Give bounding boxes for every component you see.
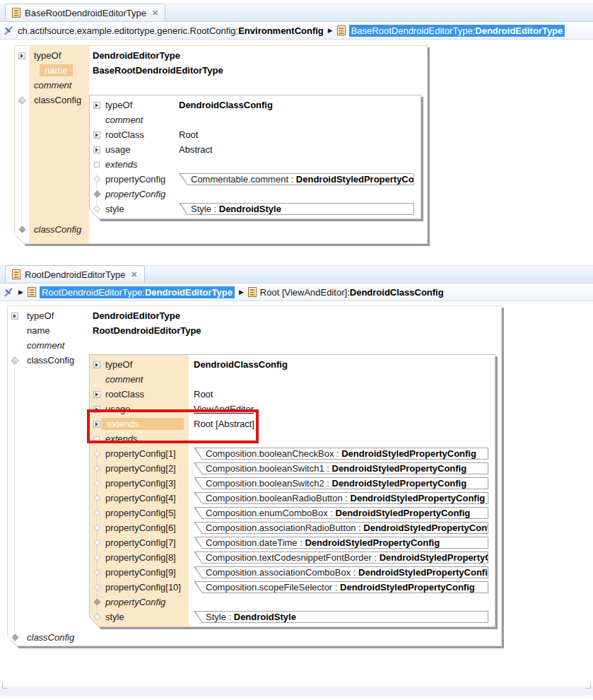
breadcrumb-item-selected[interactable]: BaseRootDendroidEditorType:DendroidEdito… — [349, 25, 565, 37]
close-icon[interactable]: ✕ — [152, 8, 158, 18]
property-label: comment — [22, 340, 93, 351]
property-row-style[interactable]: style Style : DendroidStyle — [90, 609, 495, 624]
property-value: DendroidClassConfig — [179, 100, 273, 110]
modeling-tool-icon — [4, 25, 14, 36]
value-box[interactable]: Composition.booleanSwitch2 : DendroidSty… — [194, 477, 488, 489]
property-label: propertyConfig — [104, 174, 179, 185]
tab-base-root-dendroid-editor-type[interactable]: BaseRootDendroidEditorType ✕ — [5, 4, 165, 21]
value-box[interactable]: Composition.booleanSwitch1 : DendroidSty… — [194, 462, 488, 474]
editor-section-root: RootDendroidEditorType ✕ ▶ RootDendroidE… — [0, 265, 593, 683]
property-label: typeOf — [104, 100, 179, 110]
property-label: propertyConfig[2] — [104, 463, 194, 474]
property-row-propertyconfig-4[interactable]: propertyConfig[4] Composition.booleanRad… — [90, 491, 495, 506]
breadcrumb-item-selected[interactable]: RootDendroidEditorType:DendroidEditorTyp… — [40, 286, 235, 298]
property-row-propertyconfig-2[interactable]: propertyConfig[2] Composition.booleanSwi… — [90, 461, 495, 476]
property-label: propertyConfig — [104, 597, 194, 607]
property-row-usage[interactable]: usage Abstract — [90, 142, 421, 157]
add-diamond-icon — [90, 496, 104, 501]
property-row-classconfig-add[interactable]: classConfig — [8, 630, 501, 645]
property-row-comment[interactable]: comment — [90, 112, 421, 127]
property-row-propertyconfig-5[interactable]: propertyConfig[5] Composition.enumComboB… — [90, 506, 495, 520]
breadcrumb-text: ch.actifsource.example.editortype.generi… — [18, 25, 238, 36]
property-row-typeof[interactable]: typeOf DendroidClassConfig — [90, 357, 495, 372]
property-label: propertyConfig[3] — [104, 478, 194, 489]
tab-label: RootDendroidEditorType — [25, 269, 125, 280]
breadcrumb: ▶ RootDendroidEditorType:DendroidEditorT… — [0, 284, 593, 301]
property-row-propertyconfig-add[interactable]: propertyConfig — [90, 187, 421, 202]
value-name: Commentable.comment — [191, 174, 288, 185]
property-label: propertyConfig[4] — [104, 493, 194, 503]
property-row-comment[interactable]: comment — [15, 78, 427, 93]
panel-body: typeOf DendroidEditorType name RootDendr… — [8, 306, 501, 646]
property-row-typeof[interactable]: typeOf DendroidEditorType — [8, 308, 501, 323]
tree-guide-line — [21, 98, 22, 226]
value-box[interactable]: Composition.booleanRadioButton : Dendroi… — [194, 492, 488, 504]
property-label: comment — [104, 374, 194, 385]
breadcrumb-item-classconfig[interactable]: Root [ViewAndEditor]:DendroidClassConfig — [260, 287, 444, 298]
property-row-propertyconfig-1[interactable]: propertyConfig[1] Composition.booleanChe… — [90, 446, 495, 461]
property-row-propertyconfig-3[interactable]: propertyConfig[3] Composition.booleanSwi… — [90, 476, 495, 491]
value-name: Composition.enumComboBox — [206, 508, 328, 518]
property-row-style[interactable]: style Style : DendroidStyle — [90, 202, 421, 216]
value-box[interactable]: Composition.associationComboBox : Dendro… — [194, 566, 488, 578]
value-separator: : — [332, 582, 340, 593]
property-row-propertyconfig-9[interactable]: propertyConfig[9] Composition.associatio… — [90, 565, 495, 580]
value-name: Composition.booleanSwitch2 — [206, 478, 324, 489]
property-row-propertyconfig-add[interactable]: propertyConfig — [90, 595, 495, 609]
property-row-propertyconfig[interactable]: propertyConfig Commentable.comment : Den… — [90, 172, 421, 187]
property-label: propertyConfig[6] — [104, 523, 194, 533]
property-label: style — [104, 612, 194, 622]
property-label: name — [22, 325, 93, 336]
value-type: DendroidStyledPropertyConfig — [351, 493, 486, 503]
property-value: DendroidClassConfig — [194, 359, 288, 370]
panel-body: typeOf DendroidClassConfig comment rootC… — [90, 95, 421, 218]
property-label: comment — [104, 115, 179, 125]
property-row-name[interactable]: name RootDendroidEditorType — [8, 323, 501, 338]
property-row-comment[interactable]: comment — [90, 372, 495, 387]
property-row-classconfig-add[interactable]: classConfig — [15, 222, 427, 237]
value-separator: : — [343, 493, 351, 503]
property-label: classConfig — [29, 95, 93, 105]
property-label: typeOf — [22, 310, 93, 321]
tab-root-dendroid-editor-type[interactable]: RootDendroidEditorType ✕ — [5, 265, 145, 283]
value-box[interactable]: Commentable.comment : DendroidStyledProp… — [179, 173, 414, 185]
value-type: DendroidStyledPropertyConfig — [340, 582, 475, 593]
value-box[interactable]: Composition.dateTime : DendroidStyledPro… — [194, 537, 488, 549]
property-label: classConfig — [22, 355, 93, 366]
value-box[interactable]: Composition.scopeFileSelector : Dendroid… — [194, 581, 488, 593]
value-separator: : — [356, 523, 363, 533]
property-row-rootclass[interactable]: rootClass Root — [90, 387, 495, 402]
property-row-name-selected[interactable]: name BaseRootDendroidEditorType — [15, 63, 427, 78]
add-diamond-icon — [90, 177, 104, 182]
composition-diamond-icon — [90, 192, 104, 197]
value-type: DendroidStyledPropertyConfig — [358, 567, 493, 578]
value-separator: : — [324, 478, 332, 489]
property-row-propertyconfig-8[interactable]: propertyConfig[8] Composition.textCodesn… — [90, 550, 495, 565]
property-row-extends[interactable]: extends — [90, 157, 421, 172]
close-icon[interactable]: ✕ — [131, 270, 137, 279]
value-box[interactable]: Composition.textCodesnippetFontBorder : … — [194, 552, 488, 564]
expand-box-icon — [90, 391, 104, 398]
property-row-rootclass[interactable]: rootClass Root — [90, 127, 421, 142]
value-box[interactable]: Composition.associationRadioButton : Den… — [194, 522, 488, 534]
property-row-propertyconfig-7[interactable]: propertyConfig[7] Composition.dateTime :… — [90, 535, 495, 550]
value-separator: : — [324, 463, 332, 474]
value-box[interactable]: Style : DendroidStyle — [194, 611, 488, 623]
breadcrumb-item-root-config[interactable]: ch.actifsource.example.editortype.generi… — [18, 25, 324, 36]
editor-section-base-root: BaseRootDendroidEditorType ✕ ch.actifsou… — [0, 4, 593, 262]
property-label: comment — [29, 80, 93, 91]
property-value: Abstract — [179, 144, 213, 155]
property-row-typeof[interactable]: typeOf DendroidEditorType — [15, 48, 427, 63]
window-corner-left — [2, 683, 8, 689]
value-box[interactable]: Composition.booleanCheckBox : DendroidSt… — [194, 448, 488, 460]
property-label: classConfig — [29, 224, 93, 235]
value-name: Composition.booleanCheckBox — [206, 448, 334, 459]
tree-guide-line — [14, 358, 15, 633]
value-box[interactable]: Style : DendroidStyle — [179, 203, 414, 215]
property-row-typeof[interactable]: typeOf DendroidClassConfig — [90, 98, 421, 112]
value-box[interactable]: Composition.enumComboBox : DendroidStyle… — [194, 507, 488, 519]
property-row-comment[interactable]: comment — [8, 338, 501, 353]
value-type: DendroidStyledPropertyConfig — [336, 508, 471, 518]
property-row-propertyconfig-10[interactable]: propertyConfig[10] Composition.scopeFile… — [90, 580, 495, 595]
property-row-propertyconfig-6[interactable]: propertyConfig[6] Composition.associatio… — [90, 520, 495, 535]
